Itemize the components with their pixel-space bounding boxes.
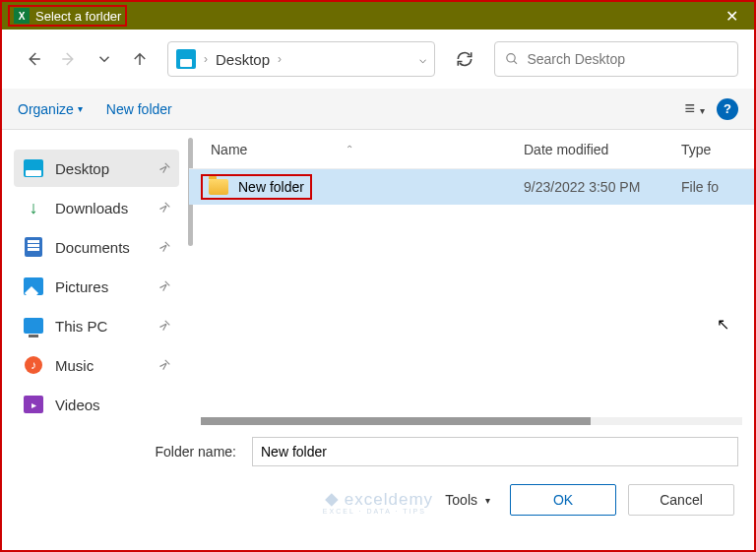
pin-icon: ⊼ [157,160,172,176]
organize-button[interactable]: Organize ▾ [18,101,83,117]
file-date: 9/23/2022 3:50 PM [524,179,681,195]
content-area: Desktop ⊼ ↓ Downloads ⊼ Documents ⊼ Pict… [2,130,754,425]
window-title: Select a forlder [35,9,121,24]
address-chevron-icon: › [278,52,282,66]
download-icon: ↓ [30,198,38,218]
search-input[interactable] [527,51,727,67]
watermark-icon [323,491,341,509]
svg-point-0 [507,54,515,62]
folder-name-label: Folder name: [18,444,244,460]
new-folder-button[interactable]: New folder [106,101,172,117]
pictures-icon [24,277,43,295]
desktop-icon [24,159,43,177]
address-dropdown-icon[interactable]: ⌵ [419,52,426,66]
sidebar-item-music[interactable]: ♪ Music ⊼ [14,346,179,384]
refresh-button[interactable] [447,41,482,77]
column-headers: Name ⌃ Date modified Type [189,130,754,169]
refresh-icon [455,49,474,69]
music-icon: ♪ [25,356,42,374]
forward-button[interactable] [53,43,85,75]
up-button[interactable] [124,43,156,75]
file-name: New folder [238,179,304,195]
header-name[interactable]: Name ⌃ [189,142,524,157]
sidebar-item-desktop[interactable]: Desktop ⊼ [14,150,179,187]
command-bar: Organize ▾ New folder ≡ ▾ ? [2,89,754,130]
horizontal-scrollbar[interactable] [201,417,742,425]
navigation-pane: Desktop ⊼ ↓ Downloads ⊼ Documents ⊼ Pict… [2,130,189,425]
cancel-button[interactable]: Cancel [628,484,734,516]
excel-icon: X [14,8,30,24]
chevron-down-icon: ▾ [485,495,490,506]
up-arrow-icon [131,50,149,68]
forward-arrow-icon [60,50,78,68]
file-list: Name ⌃ Date modified Type New folder 9/2… [189,130,754,425]
scrollbar-thumb[interactable] [201,417,591,425]
address-chevron-icon: › [204,52,208,66]
header-type[interactable]: Type [681,142,754,157]
history-dropdown[interactable] [89,43,120,75]
sort-indicator-icon: ⌃ [346,144,353,154]
sidebar-item-label: Desktop [55,160,109,177]
desktop-icon [176,49,196,69]
sidebar-item-label: Videos [55,397,100,413]
tools-button[interactable]: Tools ▾ [437,492,498,508]
ok-button[interactable]: OK [510,484,616,516]
pc-icon [24,318,43,334]
back-arrow-icon [25,50,42,68]
sidebar-item-label: Downloads [55,200,128,216]
chevron-down-icon: ▾ [78,103,83,114]
folder-name-input[interactable] [252,437,738,466]
title-highlight: X Select a forlder [8,5,127,27]
dialog-window: X Select a forlder ✕ › Desktop › ⌵ [2,2,754,550]
close-button[interactable]: ✕ [718,7,746,26]
pin-icon: ⊼ [157,357,172,373]
footer: Folder name: exceldemy EXCEL · DATA · TI… [2,425,754,531]
sidebar-item-documents[interactable]: Documents ⊼ [14,228,179,266]
organize-label: Organize [18,101,74,117]
chevron-down-icon [95,50,113,68]
file-row[interactable]: New folder 9/23/2022 3:50 PM File fo [189,169,754,205]
pin-icon: ⊼ [157,239,172,255]
watermark: exceldemy EXCEL · DATA · TIPS [323,490,433,510]
sidebar-item-label: Music [55,357,94,374]
pin-icon: ⊼ [157,278,172,294]
file-type: File fo [681,179,754,195]
help-button[interactable]: ? [717,98,738,120]
sidebar-item-downloads[interactable]: ↓ Downloads ⊼ [14,189,179,226]
sidebar-item-label: Pictures [55,278,108,295]
sidebar-item-label: This PC [55,318,107,335]
sidebar-item-videos[interactable]: ▸ Videos [14,386,179,423]
folder-icon [209,179,228,195]
search-box[interactable] [494,41,738,77]
back-button[interactable] [18,43,49,75]
new-folder-label: New folder [106,101,172,117]
address-location: Desktop [216,51,270,68]
folder-highlight: New folder [201,174,312,200]
sidebar-item-thispc[interactable]: This PC ⊼ [14,307,179,344]
address-bar[interactable]: › Desktop › ⌵ [167,41,435,77]
titlebar: X Select a forlder ✕ [2,2,754,30]
document-icon [25,237,42,257]
video-icon: ▸ [24,396,43,413]
header-date[interactable]: Date modified [524,142,681,157]
pin-icon: ⊼ [157,200,172,215]
sidebar-item-pictures[interactable]: Pictures ⊼ [14,268,179,305]
svg-marker-1 [325,493,339,507]
sidebar-item-label: Documents [55,239,130,256]
view-options-button[interactable]: ≡ ▾ [684,98,705,119]
pin-icon: ⊼ [157,318,172,334]
search-icon [505,51,519,67]
navigation-bar: › Desktop › ⌵ [2,30,754,89]
